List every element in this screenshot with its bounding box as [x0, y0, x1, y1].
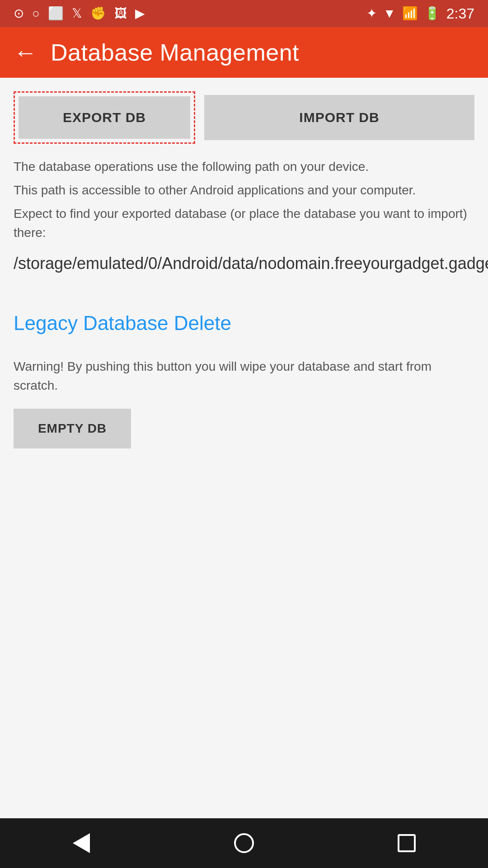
fist-icon: ✊ [90, 7, 106, 20]
chrome-icon: ⊙ [14, 7, 24, 20]
back-button[interactable]: ← [14, 41, 37, 64]
circle-icon: ○ [32, 7, 40, 20]
back-triangle-icon [73, 833, 90, 853]
import-db-button[interactable]: IMPORT DB [204, 95, 474, 140]
nav-bar [0, 818, 488, 868]
image-icon: 🖼 [114, 7, 127, 20]
battery-icon: 🔋 [424, 7, 440, 20]
description-line3: Expect to find your exported database (o… [14, 204, 474, 242]
bluetooth-icon: ✦ [366, 7, 377, 20]
description-line2: This path is accessible to other Android… [14, 181, 474, 200]
status-bar-right: ✦ ▼ 📶 🔋 2:37 [366, 5, 474, 22]
signal-icon: 📶 [402, 7, 418, 20]
nav-home-button[interactable] [226, 825, 262, 861]
main-content: EXPORT DB IMPORT DB The database operati… [0, 78, 488, 818]
nav-back-button[interactable] [63, 825, 99, 861]
description-line1: The database operations use the followin… [14, 157, 474, 176]
status-bar: ⊙ ○ ⬜ 𝕏 ✊ 🖼 ▶ ✦ ▼ 📶 🔋 2:37 [0, 0, 488, 27]
legacy-section-title[interactable]: Legacy Database Delete [14, 312, 474, 335]
db-buttons-row: EXPORT DB IMPORT DB [14, 91, 474, 144]
status-bar-icons: ⊙ ○ ⬜ 𝕏 ✊ 🖼 ▶ [14, 7, 145, 20]
page-title: Database Management [51, 39, 299, 66]
empty-db-button[interactable]: EMPTY DB [14, 409, 131, 448]
db-path: /storage/emulated/0/Android/data/nodomai… [14, 251, 474, 276]
export-db-button[interactable]: EXPORT DB [19, 96, 190, 139]
warning-text: Warning! By pushing this button you will… [14, 357, 474, 395]
instagram-icon: ⬜ [48, 7, 64, 20]
recents-square-icon [398, 834, 416, 852]
app-bar: ← Database Management [0, 27, 488, 78]
home-circle-icon [234, 833, 254, 853]
youtube-icon: ▶ [135, 7, 145, 20]
wifi-icon: ▼ [383, 7, 396, 20]
export-btn-wrapper: EXPORT DB [14, 91, 195, 144]
nav-recents-button[interactable] [389, 825, 425, 861]
status-time: 2:37 [446, 5, 474, 22]
twitter-icon: 𝕏 [72, 7, 82, 20]
